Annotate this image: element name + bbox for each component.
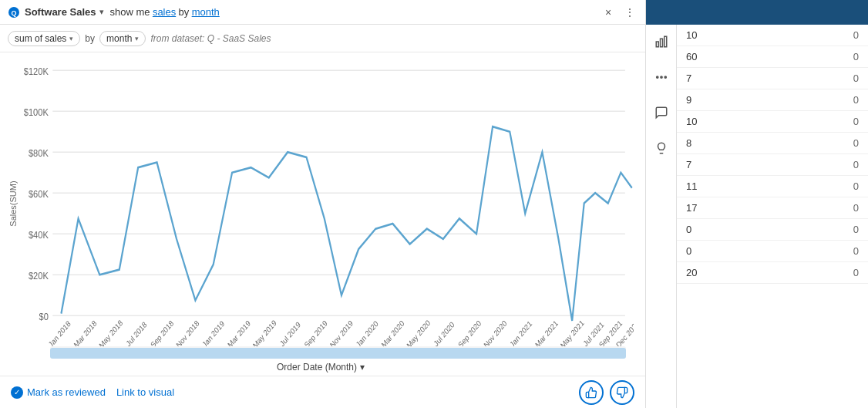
dimension-caret: ▾ — [135, 35, 139, 42]
left-panel: Q Software Sales ▾ show me sales by mont… — [0, 0, 646, 408]
row-value: 0 — [782, 219, 868, 241]
thumbs-up-button[interactable] — [579, 380, 604, 405]
svg-text:Jan 2021: Jan 2021 — [508, 319, 533, 346]
svg-point-44 — [660, 76, 661, 78]
chart-footer: ✓ Mark as reviewed Link to visual — [0, 376, 645, 408]
header-actions: × ⋮ — [601, 5, 638, 20]
title-caret: ▾ — [99, 7, 104, 17]
row-label: 60 — [677, 46, 782, 68]
mark-reviewed-label: Mark as reviewed — [27, 386, 106, 398]
measure-pill[interactable]: sum of sales ▾ — [8, 31, 80, 46]
chart-bar-icon[interactable] — [651, 31, 672, 52]
svg-text:Jan 2020: Jan 2020 — [355, 319, 380, 346]
svg-text:Nov 2020: Nov 2020 — [482, 318, 508, 346]
right-panel: 100600709010080701101700000200 — [646, 0, 868, 408]
row-value: 0 — [782, 25, 868, 46]
y-axis-label: Sales(SUM) — [8, 180, 18, 226]
svg-text:May 2018: May 2018 — [97, 318, 124, 346]
svg-text:Sep 2020: Sep 2020 — [456, 318, 483, 346]
close-button[interactable]: × — [601, 5, 616, 20]
row-label: 11 — [677, 176, 782, 197]
svg-text:$40K: $40K — [29, 229, 49, 241]
logo-icon: Q — [8, 6, 20, 19]
comment-icon[interactable] — [651, 102, 672, 123]
svg-text:Sep 2019: Sep 2019 — [303, 319, 329, 346]
svg-text:Sep 2018: Sep 2018 — [149, 319, 175, 346]
dimension-pill-label: month — [106, 33, 132, 44]
svg-text:May 2020: May 2020 — [405, 318, 432, 346]
by-toolbar-text: by — [85, 33, 95, 44]
svg-point-45 — [664, 76, 666, 78]
svg-text:Jan 2019: Jan 2019 — [200, 319, 226, 346]
row-label: 20 — [677, 262, 782, 284]
show-text: show me — [110, 6, 150, 18]
svg-text:Mar 2018: Mar 2018 — [72, 319, 99, 346]
row-label: 8 — [677, 133, 782, 154]
row-label: 0 — [677, 241, 782, 262]
row-value: 0 — [782, 241, 868, 262]
row-label: 7 — [677, 154, 782, 176]
row-value: 0 — [782, 111, 868, 133]
app-title: Software Sales — [25, 6, 96, 18]
svg-text:Nov 2018: Nov 2018 — [174, 319, 200, 346]
measure-pill-label: sum of sales — [15, 33, 66, 44]
measure-link[interactable]: sales — [153, 6, 176, 18]
table-row: 200 — [677, 262, 868, 284]
mark-as-reviewed[interactable]: ✓ Mark as reviewed — [11, 386, 106, 399]
footer-right — [579, 380, 634, 405]
row-value: 0 — [782, 176, 868, 197]
row-label: 0 — [677, 219, 782, 241]
table-row: 110 — [677, 176, 868, 197]
more-button[interactable]: ⋮ — [622, 5, 638, 20]
link-to-visual[interactable]: Link to visual — [116, 386, 174, 398]
toolbar: sum of sales ▾ by month ▾ from dataset: … — [0, 25, 645, 52]
dimension-link[interactable]: month — [192, 6, 220, 18]
svg-rect-40 — [656, 42, 658, 47]
svg-text:$80K: $80K — [29, 147, 49, 159]
measure-caret: ▾ — [69, 35, 73, 42]
by-text: by — [179, 6, 190, 18]
table-row: 80 — [677, 133, 868, 154]
svg-point-43 — [656, 76, 658, 78]
right-panel-header — [646, 0, 868, 25]
svg-text:Jul 2018: Jul 2018 — [125, 320, 149, 346]
svg-text:Jul 2020: Jul 2020 — [432, 319, 456, 346]
right-icons-sidebar — [646, 25, 677, 408]
row-value: 0 — [782, 133, 868, 154]
svg-text:Jan 2018: Jan 2018 — [47, 319, 72, 346]
line-chart: $120K $100K $80K $60K $40K $20K $0 Jan 2… — [19, 60, 634, 346]
row-value: 0 — [782, 197, 868, 219]
svg-text:$120K: $120K — [24, 66, 49, 77]
table-row: 100 — [677, 111, 868, 133]
table-row: 90 — [677, 89, 868, 111]
dataset-label: from dataset: Q - SaaS Sales — [150, 33, 271, 44]
table-row: 70 — [677, 68, 868, 89]
more-dots-icon[interactable] — [651, 66, 672, 88]
scrollbar-thumb[interactable] — [50, 348, 626, 359]
svg-text:Mar 2020: Mar 2020 — [380, 319, 406, 346]
right-content: 100600709010080701101700000200 — [646, 25, 868, 408]
row-value: 0 — [782, 46, 868, 68]
row-label: 17 — [677, 197, 782, 219]
table-row: 00 — [677, 241, 868, 262]
row-label: 7 — [677, 68, 782, 89]
thumbs-down-button[interactable] — [610, 380, 634, 405]
footer-left: ✓ Mark as reviewed Link to visual — [11, 386, 174, 399]
table-row: 170 — [677, 197, 868, 219]
svg-text:Jul 2019: Jul 2019 — [278, 320, 302, 346]
chart-scrollbar[interactable] — [50, 346, 626, 357]
svg-text:$100K: $100K — [24, 106, 49, 118]
dimension-pill[interactable]: month ▾ — [99, 31, 146, 46]
x-axis-label: Order Date (Month) ▾ — [8, 359, 634, 376]
svg-text:May 2019: May 2019 — [251, 318, 278, 346]
svg-text:Q: Q — [11, 9, 16, 17]
table-row: 00 — [677, 219, 868, 241]
check-icon: ✓ — [11, 386, 23, 399]
row-value: 0 — [782, 68, 868, 89]
svg-text:Mar 2019: Mar 2019 — [226, 319, 252, 346]
table-row: 70 — [677, 154, 868, 176]
x-axis-caret: ▾ — [360, 362, 365, 373]
row-value: 0 — [782, 89, 868, 111]
lightbulb-icon[interactable] — [651, 137, 672, 159]
row-label: 9 — [677, 89, 782, 111]
